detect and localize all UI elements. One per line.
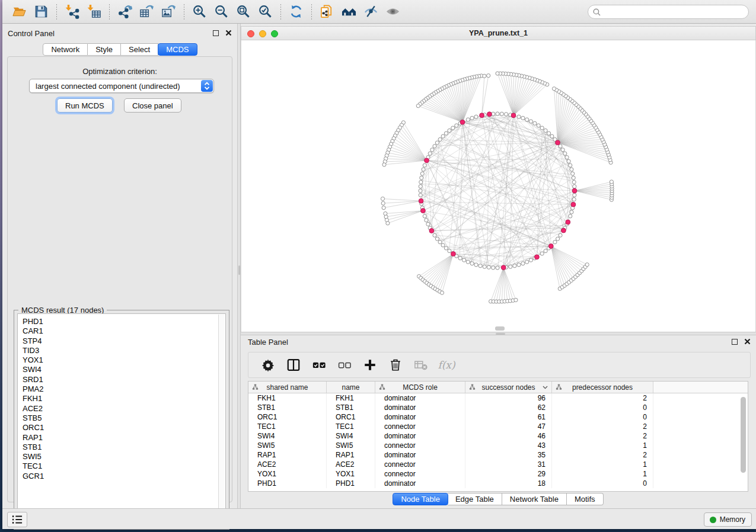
graph-node[interactable] [474,115,478,118]
cell-name[interactable]: ACE2 [327,460,375,469]
close-panel-button[interactable]: Close panel [124,98,181,113]
graph-mcds-node[interactable] [556,140,560,145]
graph-node[interactable] [505,113,508,116]
graph-edge[interactable] [422,132,546,208]
close-panel-icon[interactable] [225,30,232,36]
graph-node[interactable] [444,132,448,135]
export-table-button[interactable] [136,2,158,22]
table-row[interactable]: RAP1RAP1dominator352 [248,450,748,460]
cell-mcds-role[interactable]: dominator [375,431,465,441]
clone-network-button[interactable] [316,2,338,22]
splitter-grip[interactable] [496,333,505,335]
cell-shared-name[interactable]: PHD1 [248,479,327,488]
table-vscroll-thumb[interactable] [741,397,746,473]
cell-mcds-role[interactable]: connector [375,460,465,469]
graph-edge[interactable] [462,76,477,122]
graph-edge[interactable] [513,84,545,116]
zoom-fit-button[interactable] [232,2,254,22]
cell-mcds-role[interactable]: connector [375,441,465,450]
cell-shared-name[interactable]: ORC1 [248,412,327,422]
mcds-result-item[interactable]: SWI5 [23,452,218,462]
graph-edge[interactable] [383,199,422,201]
graph-edge[interactable] [446,86,462,122]
graph-node[interactable] [529,258,532,262]
graph-node[interactable] [572,176,575,180]
mcds-result-item[interactable]: STB1 [23,443,218,452]
graph-edge[interactable] [425,254,454,282]
graph-node[interactable] [448,129,451,132]
graph-node[interactable] [474,263,478,267]
graph-node[interactable] [422,168,425,171]
graph-node[interactable] [428,152,432,155]
graph-edge[interactable] [575,186,612,191]
show-all-button[interactable] [382,2,404,22]
home-layout-button[interactable] [338,2,360,22]
graph-mcds-node[interactable] [535,255,540,259]
cell-predecessor-nodes[interactable]: 0 [552,412,653,422]
graph-node[interactable] [483,74,486,78]
graph-edge[interactable] [393,141,427,160]
graph-edge[interactable] [575,191,611,200]
cell-successor-nodes[interactable]: 47 [465,422,552,431]
graph-node[interactable] [433,145,436,148]
search-input[interactable] [604,7,744,17]
network-hscroll-thumb[interactable] [495,326,505,331]
graph-edge[interactable] [513,85,547,116]
cell-name[interactable]: YOX1 [327,469,375,479]
cell-predecessor-nodes[interactable]: 0 [552,403,653,412]
column-header-shared-name[interactable]: shared name [248,382,327,393]
graph-edge[interactable] [427,161,573,175]
hide-selected-button[interactable] [360,2,382,22]
cell-predecessor-nodes[interactable]: 1 [552,460,653,469]
graph-edge[interactable] [401,125,426,161]
mcds-result-item[interactable]: YOX1 [23,355,218,365]
graph-edge[interactable] [558,113,584,143]
mcds-result-item[interactable]: STP4 [23,336,218,346]
graph-node[interactable] [537,124,540,127]
graph-node[interactable] [492,266,495,270]
graph-node[interactable] [419,180,423,184]
graph-mcds-node[interactable] [548,244,553,249]
tab-mcds[interactable]: MCDS [158,43,197,56]
graph-mcds-node[interactable] [487,112,492,117]
graph-node[interactable] [533,121,537,125]
graph-node[interactable] [525,118,529,121]
cell-predecessor-nodes[interactable]: 2 [552,422,653,431]
graph-node[interactable] [550,134,554,138]
graph-edge[interactable] [420,189,551,246]
graph-node[interactable] [561,148,564,152]
tab-select[interactable]: Select [121,43,158,56]
cell-predecessor-nodes[interactable]: 1 [552,469,653,479]
open-session-button[interactable] [8,2,30,22]
graph-node[interactable] [420,172,424,175]
graph-node[interactable] [444,246,448,250]
graph-node[interactable] [382,206,385,210]
cell-mcds-role[interactable]: dominator [375,450,465,460]
graph-node[interactable] [448,249,451,253]
graph-node[interactable] [381,201,385,205]
cell-successor-nodes[interactable]: 43 [465,441,552,450]
graph-mcds-node[interactable] [460,120,465,124]
mcds-result-item[interactable]: ACE2 [23,404,218,414]
mcds-result-item[interactable]: PHD1 [23,317,218,326]
tab-node-table[interactable]: Node Table [393,493,448,505]
graph-node[interactable] [455,124,458,127]
graph-node[interactable] [517,115,521,118]
cell-name[interactable]: ORC1 [327,412,375,422]
graph-node[interactable] [462,258,466,262]
graph-edge[interactable] [435,254,453,289]
graph-mcds-node[interactable] [562,228,566,233]
graph-mcds-node[interactable] [511,113,516,118]
graph-node[interactable] [419,193,422,197]
graph-node[interactable] [441,243,445,247]
graph-node[interactable] [438,137,442,141]
cell-predecessor-nodes[interactable]: 1 [552,441,653,450]
graph-node[interactable] [570,168,573,171]
graph-node[interactable] [556,237,560,241]
graph-node[interactable] [470,262,474,265]
graph-edge[interactable] [575,182,611,191]
graph-node[interactable] [552,87,556,91]
graph-edge[interactable] [513,116,547,251]
graph-edge[interactable] [558,125,595,142]
table-row[interactable]: FKH1FKH1dominator962 [248,393,748,403]
